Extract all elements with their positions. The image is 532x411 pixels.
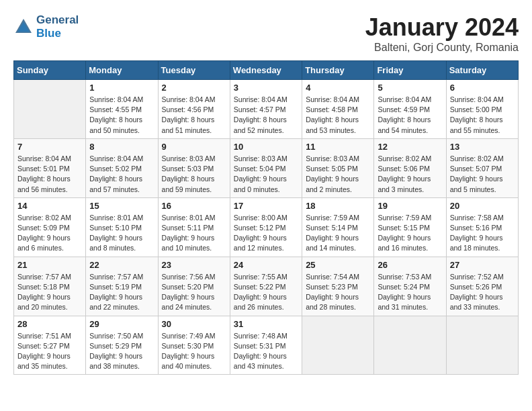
page-header: General Blue January 2024 Balteni, Gorj …	[13, 13, 519, 54]
day-info: Sunrise: 8:04 AMSunset: 4:58 PMDaylight:…	[306, 95, 370, 136]
day-number: 17	[234, 201, 298, 211]
day-info: Sunrise: 7:49 AMSunset: 5:30 PMDaylight:…	[162, 331, 226, 372]
calendar-cell: 15Sunrise: 8:01 AMSunset: 5:10 PMDayligh…	[86, 197, 158, 257]
day-info: Sunrise: 7:59 AMSunset: 5:15 PMDaylight:…	[378, 213, 442, 254]
weekday-header-thursday: Thursday	[302, 61, 374, 80]
calendar-cell: 4Sunrise: 8:04 AMSunset: 4:58 PMDaylight…	[302, 80, 374, 139]
day-info: Sunrise: 8:02 AMSunset: 5:06 PMDaylight:…	[378, 154, 442, 195]
day-number: 2	[162, 83, 226, 93]
calendar-cell: 6Sunrise: 8:04 AMSunset: 5:00 PMDaylight…	[446, 80, 518, 139]
calendar-cell	[14, 80, 86, 139]
day-number: 14	[17, 201, 82, 211]
calendar-cell: 1Sunrise: 8:04 AMSunset: 4:55 PMDaylight…	[86, 80, 158, 139]
day-info: Sunrise: 7:52 AMSunset: 5:26 PMDaylight:…	[450, 272, 515, 313]
weekday-header-wednesday: Wednesday	[230, 61, 302, 80]
day-number: 3	[234, 83, 298, 93]
logo-icon	[13, 17, 34, 37]
calendar-cell: 23Sunrise: 7:56 AMSunset: 5:20 PMDayligh…	[158, 257, 230, 316]
day-number: 15	[89, 201, 154, 211]
day-number: 31	[234, 319, 298, 329]
calendar-cell: 9Sunrise: 8:03 AMSunset: 5:03 PMDaylight…	[158, 138, 230, 197]
day-number: 9	[162, 142, 226, 152]
weekday-header-friday: Friday	[374, 61, 446, 80]
day-number: 1	[89, 83, 154, 93]
day-info: Sunrise: 8:00 AMSunset: 5:12 PMDaylight:…	[234, 213, 298, 254]
calendar-cell: 26Sunrise: 7:53 AMSunset: 5:24 PMDayligh…	[374, 257, 446, 316]
day-number: 22	[89, 260, 154, 270]
calendar-cell: 10Sunrise: 8:03 AMSunset: 5:04 PMDayligh…	[230, 138, 302, 197]
day-info: Sunrise: 7:59 AMSunset: 5:14 PMDaylight:…	[306, 213, 370, 254]
day-number: 23	[162, 260, 226, 270]
day-number: 19	[378, 201, 442, 211]
logo-line1: General	[36, 13, 79, 27]
day-info: Sunrise: 8:04 AMSunset: 4:56 PMDaylight:…	[162, 95, 226, 136]
calendar-cell: 2Sunrise: 8:04 AMSunset: 4:56 PMDaylight…	[158, 80, 230, 139]
day-number: 18	[306, 201, 370, 211]
day-info: Sunrise: 7:51 AMSunset: 5:27 PMDaylight:…	[17, 331, 82, 372]
calendar-cell: 12Sunrise: 8:02 AMSunset: 5:06 PMDayligh…	[374, 138, 446, 197]
day-number: 27	[450, 260, 515, 270]
day-number: 13	[450, 142, 515, 152]
day-number: 28	[17, 319, 82, 329]
title-section: January 2024 Balteni, Gorj County, Roman…	[365, 13, 519, 54]
day-number: 6	[450, 83, 515, 93]
calendar-cell: 31Sunrise: 7:48 AMSunset: 5:31 PMDayligh…	[230, 316, 302, 375]
calendar-cell: 30Sunrise: 7:49 AMSunset: 5:30 PMDayligh…	[158, 316, 230, 375]
calendar-cell: 5Sunrise: 8:04 AMSunset: 4:59 PMDaylight…	[374, 80, 446, 139]
calendar-week-row: 7Sunrise: 8:04 AMSunset: 5:01 PMDaylight…	[14, 138, 519, 197]
calendar-cell: 13Sunrise: 8:02 AMSunset: 5:07 PMDayligh…	[446, 138, 518, 197]
calendar-cell: 3Sunrise: 8:04 AMSunset: 4:57 PMDaylight…	[230, 80, 302, 139]
day-info: Sunrise: 8:04 AMSunset: 5:00 PMDaylight:…	[450, 95, 515, 136]
calendar-cell: 24Sunrise: 7:55 AMSunset: 5:22 PMDayligh…	[230, 257, 302, 316]
location-subtitle: Balteni, Gorj County, Romania	[365, 42, 519, 54]
day-info: Sunrise: 8:04 AMSunset: 4:57 PMDaylight:…	[234, 95, 298, 136]
calendar-cell: 29Sunrise: 7:50 AMSunset: 5:29 PMDayligh…	[86, 316, 158, 375]
calendar-cell: 20Sunrise: 7:58 AMSunset: 5:16 PMDayligh…	[446, 197, 518, 257]
day-number: 10	[234, 142, 298, 152]
calendar-cell	[302, 316, 374, 375]
day-info: Sunrise: 7:58 AMSunset: 5:16 PMDaylight:…	[450, 213, 515, 254]
calendar-cell: 16Sunrise: 8:01 AMSunset: 5:11 PMDayligh…	[158, 197, 230, 257]
day-info: Sunrise: 8:01 AMSunset: 5:10 PMDaylight:…	[89, 213, 154, 254]
calendar-cell: 19Sunrise: 7:59 AMSunset: 5:15 PMDayligh…	[374, 197, 446, 257]
day-info: Sunrise: 7:50 AMSunset: 5:29 PMDaylight:…	[89, 331, 154, 372]
day-info: Sunrise: 7:56 AMSunset: 5:20 PMDaylight:…	[162, 272, 226, 313]
calendar-week-row: 21Sunrise: 7:57 AMSunset: 5:18 PMDayligh…	[14, 257, 519, 316]
day-number: 11	[306, 142, 370, 152]
day-info: Sunrise: 8:04 AMSunset: 5:02 PMDaylight:…	[89, 154, 154, 195]
calendar-cell: 7Sunrise: 8:04 AMSunset: 5:01 PMDaylight…	[14, 138, 86, 197]
calendar-week-row: 14Sunrise: 8:02 AMSunset: 5:09 PMDayligh…	[14, 197, 519, 257]
day-number: 21	[17, 260, 82, 270]
calendar-cell: 28Sunrise: 7:51 AMSunset: 5:27 PMDayligh…	[14, 316, 86, 375]
weekday-header-tuesday: Tuesday	[158, 61, 230, 80]
day-number: 30	[162, 319, 226, 329]
day-number: 25	[306, 260, 370, 270]
calendar-cell: 18Sunrise: 7:59 AMSunset: 5:14 PMDayligh…	[302, 197, 374, 257]
day-info: Sunrise: 8:03 AMSunset: 5:05 PMDaylight:…	[306, 154, 370, 195]
day-info: Sunrise: 8:02 AMSunset: 5:09 PMDaylight:…	[17, 213, 82, 254]
day-info: Sunrise: 7:48 AMSunset: 5:31 PMDaylight:…	[234, 331, 298, 372]
calendar-cell: 14Sunrise: 8:02 AMSunset: 5:09 PMDayligh…	[14, 197, 86, 257]
day-number: 29	[89, 319, 154, 329]
weekday-header-row: SundayMondayTuesdayWednesdayThursdayFrid…	[14, 61, 519, 80]
calendar-cell: 17Sunrise: 8:00 AMSunset: 5:12 PMDayligh…	[230, 197, 302, 257]
day-info: Sunrise: 8:03 AMSunset: 5:04 PMDaylight:…	[234, 154, 298, 195]
day-info: Sunrise: 8:04 AMSunset: 4:59 PMDaylight:…	[378, 95, 442, 136]
day-info: Sunrise: 8:01 AMSunset: 5:11 PMDaylight:…	[162, 213, 226, 254]
calendar-cell: 25Sunrise: 7:54 AMSunset: 5:23 PMDayligh…	[302, 257, 374, 316]
day-number: 4	[306, 83, 370, 93]
month-title: January 2024	[365, 13, 519, 42]
calendar-cell: 8Sunrise: 8:04 AMSunset: 5:02 PMDaylight…	[86, 138, 158, 197]
day-number: 7	[17, 142, 82, 152]
day-info: Sunrise: 8:04 AMSunset: 4:55 PMDaylight:…	[89, 95, 154, 136]
calendar-cell	[446, 316, 518, 375]
day-number: 8	[89, 142, 154, 152]
calendar-cell	[374, 316, 446, 375]
calendar-week-row: 28Sunrise: 7:51 AMSunset: 5:27 PMDayligh…	[14, 316, 519, 375]
day-number: 20	[450, 201, 515, 211]
calendar-cell: 27Sunrise: 7:52 AMSunset: 5:26 PMDayligh…	[446, 257, 518, 316]
day-number: 16	[162, 201, 226, 211]
day-info: Sunrise: 7:55 AMSunset: 5:22 PMDaylight:…	[234, 272, 298, 313]
weekday-header-monday: Monday	[86, 61, 158, 80]
day-info: Sunrise: 7:54 AMSunset: 5:23 PMDaylight:…	[306, 272, 370, 313]
